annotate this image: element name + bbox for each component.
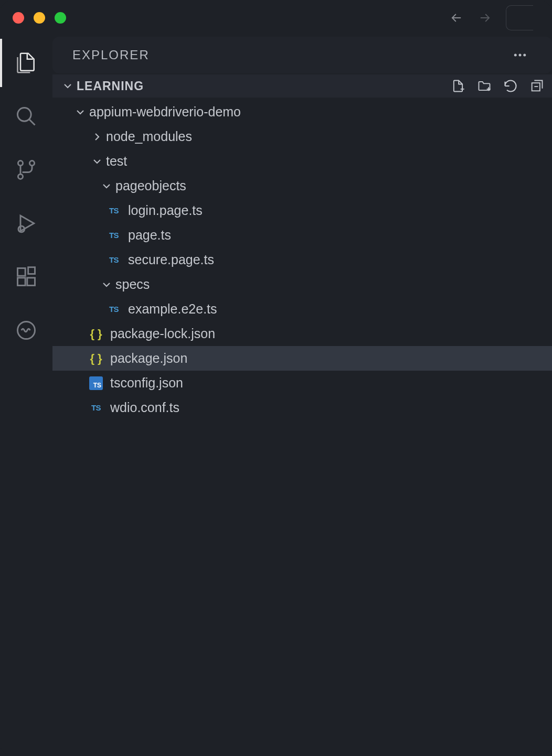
folder-label: node_modules — [106, 129, 192, 144]
explorer-sidebar: EXPLORER LEARNING — [52, 36, 552, 756]
chevron-down-icon — [59, 77, 77, 95]
extensions-icon — [15, 265, 38, 288]
svg-point-0 — [18, 108, 31, 122]
file-tree: appium-webdriverio-demo node_modules tes… — [52, 98, 552, 420]
new-file-button[interactable] — [447, 75, 469, 97]
chevron-right-icon — [88, 128, 106, 146]
activity-extra[interactable] — [0, 316, 52, 345]
command-center[interactable] — [506, 5, 533, 30]
svg-rect-8 — [28, 267, 35, 274]
activity-explorer[interactable] — [0, 48, 52, 78]
json-icon: { } — [88, 326, 104, 342]
file-label: example.e2e.ts — [128, 301, 217, 317]
file-label: package-lock.json — [110, 326, 215, 341]
section-header[interactable]: LEARNING — [52, 74, 552, 98]
json-icon: { } — [88, 351, 104, 366]
close-window-button[interactable] — [13, 12, 24, 24]
folder-row-test[interactable]: test — [52, 149, 552, 174]
file-label: page.ts — [128, 228, 171, 243]
new-folder-button[interactable] — [473, 75, 495, 97]
folder-row-root[interactable]: appium-webdriverio-demo — [52, 100, 552, 124]
svg-point-12 — [523, 54, 526, 57]
nav-back-button[interactable] — [449, 10, 464, 25]
panel-title: EXPLORER — [72, 48, 150, 62]
nav-arrows — [449, 5, 539, 30]
typescript-icon: TS — [106, 252, 122, 268]
panel-more-button[interactable] — [508, 43, 532, 67]
svg-point-2 — [29, 161, 34, 166]
folder-row-node-modules[interactable]: node_modules — [52, 124, 552, 149]
folder-label: test — [106, 154, 127, 169]
nav-forward-button[interactable] — [477, 10, 492, 25]
debug-icon — [15, 212, 38, 235]
svg-point-10 — [514, 54, 517, 57]
folder-label: appium-webdriverio-demo — [89, 104, 241, 120]
svg-rect-6 — [18, 278, 26, 286]
folder-row-pageobjects[interactable]: pageobjects — [52, 174, 552, 198]
file-row-secure[interactable]: TS secure.page.ts — [52, 247, 552, 272]
source-control-icon — [15, 158, 38, 181]
typescript-icon: TS — [106, 301, 122, 317]
svg-point-3 — [18, 174, 23, 179]
file-row-wdio[interactable]: TS wdio.conf.ts — [52, 395, 552, 420]
file-row-login[interactable]: TS login.page.ts — [52, 198, 552, 223]
chevron-down-icon — [88, 153, 106, 170]
chevron-down-icon — [98, 177, 115, 195]
svg-point-11 — [519, 54, 522, 57]
refresh-button[interactable] — [500, 75, 522, 97]
activity-source-control[interactable] — [0, 155, 52, 185]
files-icon — [15, 51, 38, 74]
typescript-icon: TS — [106, 228, 122, 243]
typescript-icon: TS — [88, 400, 104, 416]
titlebar — [0, 0, 552, 36]
wave-circle-icon — [15, 319, 38, 342]
collapse-all-button[interactable] — [526, 75, 548, 97]
typescript-icon: TS — [106, 203, 122, 219]
folder-label: specs — [115, 277, 150, 292]
file-row-package[interactable]: { } package.json — [52, 346, 552, 371]
file-label: login.page.ts — [128, 203, 203, 218]
collapse-all-icon — [529, 79, 544, 93]
minimize-window-button[interactable] — [34, 12, 45, 24]
svg-rect-7 — [27, 278, 35, 286]
section-title: LEARNING — [77, 79, 144, 93]
file-row-example[interactable]: TS example.e2e.ts — [52, 297, 552, 321]
file-label: wdio.conf.ts — [110, 400, 179, 415]
file-row-package-lock[interactable]: { } package-lock.json — [52, 321, 552, 346]
file-row-tsconfig[interactable]: TS tsconfig.json — [52, 371, 552, 395]
new-file-icon — [451, 79, 465, 93]
ellipsis-icon — [512, 47, 528, 63]
folder-row-specs[interactable]: specs — [52, 272, 552, 297]
new-folder-icon — [477, 79, 492, 93]
refresh-icon — [503, 79, 518, 93]
activity-extensions[interactable] — [0, 262, 52, 291]
activity-bar — [0, 36, 52, 756]
file-label: package.json — [110, 351, 187, 366]
tsconfig-icon: TS — [88, 375, 104, 391]
file-label: tsconfig.json — [110, 375, 183, 391]
svg-rect-5 — [18, 268, 26, 276]
search-icon — [15, 105, 38, 128]
activity-run-debug[interactable] — [0, 209, 52, 238]
panel-header: EXPLORER — [52, 37, 552, 73]
file-row-page[interactable]: TS page.ts — [52, 223, 552, 247]
svg-point-9 — [18, 322, 35, 339]
chevron-down-icon — [98, 276, 115, 294]
maximize-window-button[interactable] — [55, 12, 66, 24]
chevron-down-icon — [71, 103, 89, 121]
svg-point-1 — [18, 161, 23, 166]
activity-search[interactable] — [0, 102, 52, 131]
window-controls — [13, 12, 66, 24]
folder-label: pageobjects — [115, 178, 186, 193]
file-label: secure.page.ts — [128, 252, 214, 267]
